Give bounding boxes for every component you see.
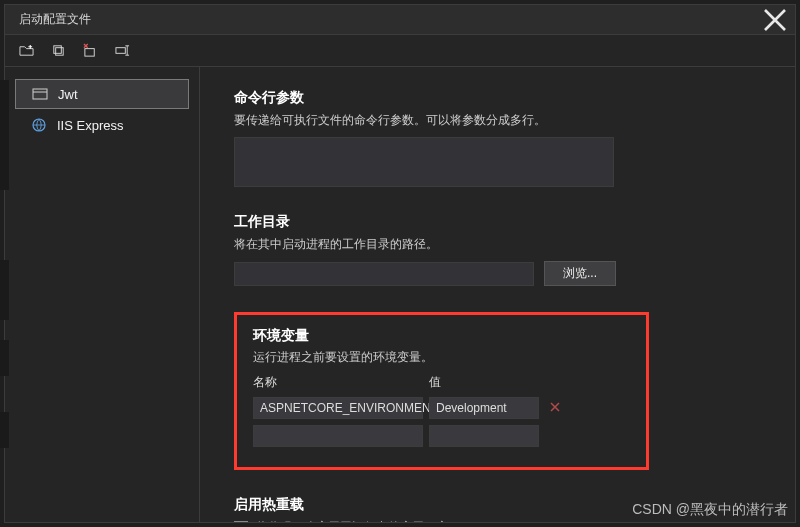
dialog-window: 启动配置文件 Jwt bbox=[4, 4, 796, 523]
hot-check-label: 将代码更改应用于运行中的应用程序。 bbox=[256, 519, 460, 522]
sidebar-item-label: Jwt bbox=[58, 87, 78, 102]
env-header: 名称 值 bbox=[253, 374, 630, 391]
rename-icon bbox=[115, 43, 130, 58]
close-icon bbox=[763, 8, 787, 32]
env-delete-button[interactable] bbox=[545, 400, 561, 416]
env-row-empty bbox=[253, 425, 630, 447]
new-folder-icon bbox=[19, 43, 34, 58]
section-env: 环境变量 运行进程之前要设置的环境变量。 名称 值 ASPNETCORE_ENV… bbox=[234, 312, 649, 470]
rename-profile-button[interactable] bbox=[113, 42, 131, 60]
env-name-input-empty[interactable] bbox=[253, 425, 423, 447]
env-value-input[interactable]: Development bbox=[429, 397, 539, 419]
svg-rect-0 bbox=[53, 46, 61, 54]
args-title: 命令行参数 bbox=[234, 89, 761, 107]
sidebar-item-label: IIS Express bbox=[57, 118, 123, 133]
workdir-desc: 将在其中启动进程的工作目录的路径。 bbox=[234, 236, 761, 253]
env-value-input-empty[interactable] bbox=[429, 425, 539, 447]
hot-check-row[interactable]: ✓ 将代码更改应用于运行中的应用程序。 bbox=[234, 519, 761, 522]
svg-rect-4 bbox=[33, 89, 47, 99]
section-hotreload: 启用热重载 ✓ 将代码更改应用于运行中的应用程序。 bbox=[234, 496, 761, 522]
hot-checkbox[interactable]: ✓ bbox=[234, 521, 248, 523]
close-button[interactable] bbox=[763, 8, 787, 32]
edge-decoration bbox=[0, 340, 9, 376]
edge-decoration bbox=[0, 260, 9, 320]
section-args: 命令行参数 要传递给可执行文件的命令行参数。可以将参数分成多行。 bbox=[234, 89, 761, 187]
env-col-name: 名称 bbox=[253, 374, 423, 391]
env-col-value: 值 bbox=[429, 374, 539, 391]
sidebar-item-iisexpress[interactable]: IIS Express bbox=[15, 111, 189, 139]
args-input[interactable] bbox=[234, 137, 614, 187]
x-icon bbox=[549, 401, 561, 413]
copy-icon bbox=[51, 43, 66, 58]
svg-rect-1 bbox=[55, 48, 63, 56]
hot-title: 启用热重载 bbox=[234, 496, 761, 514]
workdir-title: 工作目录 bbox=[234, 213, 761, 231]
env-name-input[interactable]: ASPNETCORE_ENVIRONMENT bbox=[253, 397, 423, 419]
args-desc: 要传递给可执行文件的命令行参数。可以将参数分成多行。 bbox=[234, 112, 761, 129]
delete-icon bbox=[83, 43, 98, 58]
app-profile-icon bbox=[32, 86, 48, 102]
toolbar bbox=[5, 35, 795, 67]
svg-rect-2 bbox=[84, 49, 93, 57]
window-title: 启动配置文件 bbox=[19, 11, 91, 28]
env-title: 环境变量 bbox=[253, 327, 630, 345]
edge-decoration bbox=[0, 80, 9, 190]
titlebar: 启动配置文件 bbox=[5, 5, 795, 35]
duplicate-profile-button[interactable] bbox=[49, 42, 67, 60]
main-panel: 命令行参数 要传递给可执行文件的命令行参数。可以将参数分成多行。 工作目录 将在… bbox=[200, 67, 795, 522]
env-row: ASPNETCORE_ENVIRONMENT Development bbox=[253, 397, 630, 419]
env-desc: 运行进程之前要设置的环境变量。 bbox=[253, 349, 630, 366]
iis-icon bbox=[31, 117, 47, 133]
delete-profile-button[interactable] bbox=[81, 42, 99, 60]
section-workdir: 工作目录 将在其中启动进程的工作目录的路径。 浏览... bbox=[234, 213, 761, 286]
sidebar-item-jwt[interactable]: Jwt bbox=[15, 79, 189, 109]
content-area: Jwt IIS Express 命令行参数 要传递给可执行文件的命令行参数。可以… bbox=[5, 67, 795, 522]
new-profile-button[interactable] bbox=[17, 42, 35, 60]
svg-rect-3 bbox=[115, 48, 124, 54]
profiles-sidebar: Jwt IIS Express bbox=[5, 67, 200, 522]
env-table: 名称 值 ASPNETCORE_ENVIRONMENT Development bbox=[253, 374, 630, 447]
workdir-input[interactable] bbox=[234, 262, 534, 286]
edge-decoration bbox=[0, 412, 9, 448]
browse-button[interactable]: 浏览... bbox=[544, 261, 616, 286]
